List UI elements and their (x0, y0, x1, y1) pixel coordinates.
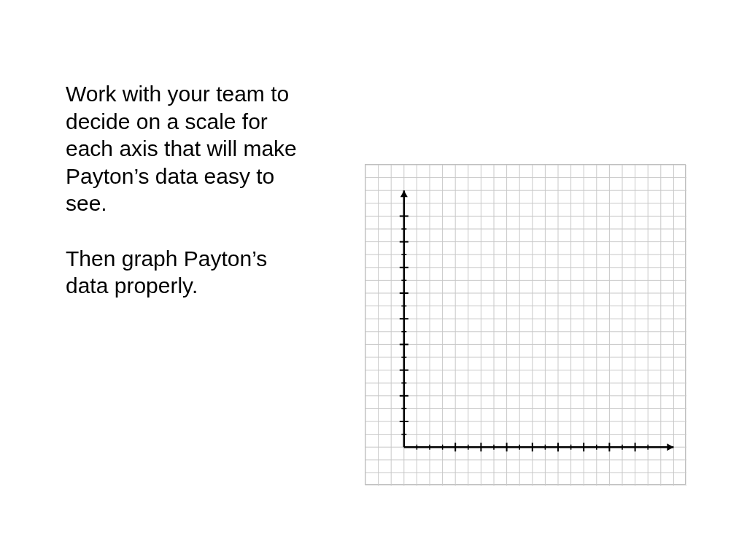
paragraph-1: Work with your team to decide on a scale… (66, 80, 299, 217)
blank-graph (365, 164, 686, 485)
grid-lines (365, 165, 686, 486)
svg-marker-53 (400, 190, 408, 197)
axes (400, 190, 674, 451)
paragraph-2: Then graph Payton’s data properly. (66, 245, 299, 300)
instruction-text: Work with your team to decide on a scale… (66, 80, 299, 300)
svg-marker-52 (667, 443, 673, 451)
slide: Work with your team to decide on a scale… (0, 0, 747, 560)
